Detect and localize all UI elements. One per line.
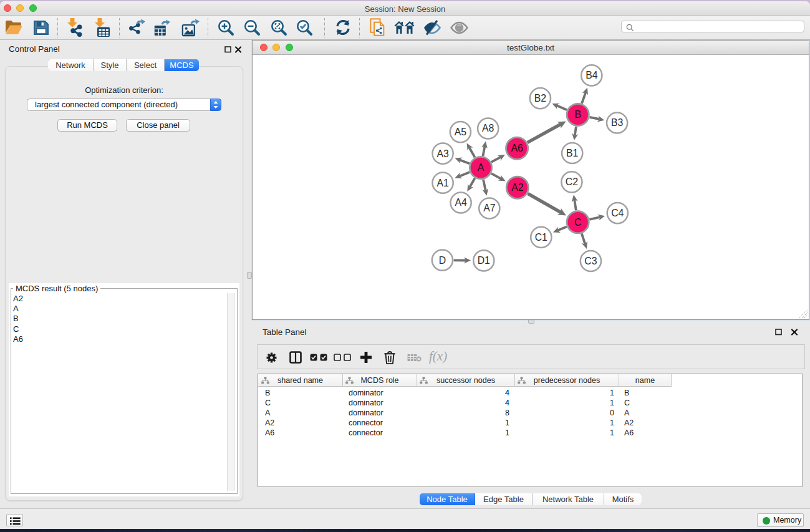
svg-text:A3: A3 xyxy=(437,148,450,159)
svg-text:C4: C4 xyxy=(612,208,624,218)
svg-text:A8: A8 xyxy=(482,123,494,134)
svg-text:D1: D1 xyxy=(478,256,490,266)
svg-text:B2: B2 xyxy=(534,93,546,104)
svg-text:C3: C3 xyxy=(585,256,597,266)
svg-text:B: B xyxy=(575,110,582,120)
svg-text:A6: A6 xyxy=(511,143,524,154)
svg-text:A1: A1 xyxy=(437,178,450,188)
svg-text:B4: B4 xyxy=(586,70,599,81)
svg-text:A7: A7 xyxy=(484,203,496,214)
svg-text:C1: C1 xyxy=(535,232,547,243)
svg-text:A: A xyxy=(478,163,485,173)
svg-text:A4: A4 xyxy=(455,198,468,208)
svg-text:D: D xyxy=(439,255,446,266)
svg-text:A5: A5 xyxy=(455,127,467,137)
svg-text:C2: C2 xyxy=(566,177,578,188)
svg-text:A2: A2 xyxy=(512,183,524,193)
svg-text:B1: B1 xyxy=(566,148,579,158)
svg-text:B3: B3 xyxy=(611,118,624,128)
svg-text:C: C xyxy=(574,217,581,228)
